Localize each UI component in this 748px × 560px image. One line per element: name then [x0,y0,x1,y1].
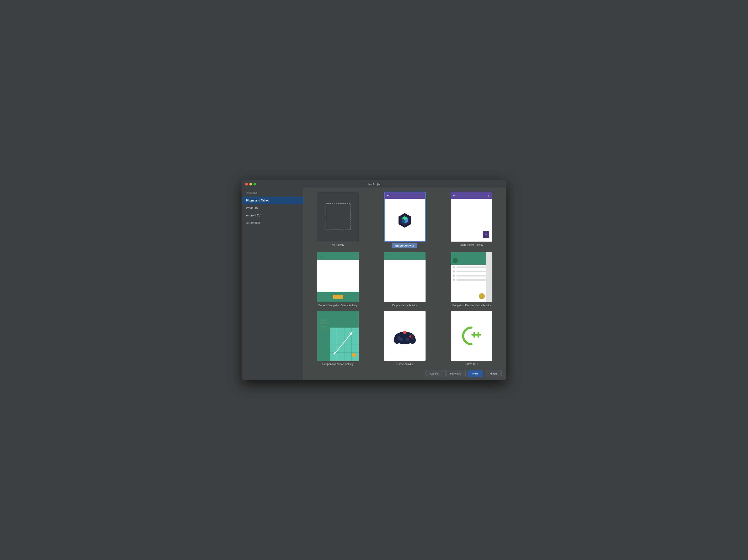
list-line [457,275,490,276]
nav-item-3 [345,292,359,302]
cancel-button[interactable]: Cancel [425,370,443,377]
svg-point-26 [406,338,409,341]
empty-views-content [384,260,425,302]
native-cpp-label: Native C++ [465,363,478,366]
bottom-bar: Cancel Previous Next Finish [308,368,501,380]
nav-item-1 [317,292,331,302]
maximize-button[interactable] [254,183,256,186]
template-nav-drawer[interactable]: + Navigation Drawer Views Activity [441,252,501,307]
fab-plus-icon: + [483,231,489,238]
nav-item-2 [331,292,345,302]
game-preview [384,311,425,361]
drawer-list-item [453,275,490,277]
drawer-fab-icon: + [479,293,485,299]
cpp-logo-icon [460,325,483,346]
close-button[interactable] [245,183,248,186]
more-options-icon: ⋮ [353,254,357,258]
empty-views-phone: ← [384,252,425,302]
game-controller-icon [393,326,416,345]
empty-activity-phone: ← [384,192,425,242]
nav-drawer-label: Navigation Drawer Views Activity [452,304,491,307]
list-dot-icon [453,266,455,268]
list-line [457,279,490,281]
drawer-list-item [453,279,490,281]
finish-button[interactable]: Finish [485,370,501,377]
empty-views-label: Empty Views Activity [392,304,417,307]
empty-activity-toolbar: ← [384,192,425,199]
sidebar-list [319,319,330,332]
sidebar-section-label: Templates [242,190,303,197]
basic-views-label: Basic Views Activity [460,243,483,246]
basic-views-phone: ← ⋮ + [451,192,492,242]
bottom-nav-content [317,260,359,292]
traffic-lights [245,183,256,186]
android-studio-icon [396,212,413,229]
sidebar-item-wear-os[interactable]: Wear OS [242,204,303,212]
template-basic-views[interactable]: ← ⋮ + Basic Views Activity [441,192,501,248]
back-arrow-icon: ← [319,254,323,258]
template-bottom-nav[interactable]: ← ⋮ [308,252,368,307]
svg-point-22 [411,334,413,336]
sidebar-item-android-tv[interactable]: Android TV [242,212,303,219]
nav-active-item [333,295,343,299]
list-dot-icon [453,270,455,272]
template-empty-activity[interactable]: ← [374,192,435,248]
basic-views-toolbar: ← ⋮ [451,192,492,199]
template-no-activity[interactable]: No Activity [308,192,368,248]
template-native-cpp[interactable]: Native C++ [441,311,501,366]
templates-grid: No Activity ← [308,192,501,368]
responsive-preview [317,311,359,361]
bottom-nav-preview: ← ⋮ [317,252,359,302]
main-content: No Activity ← [304,188,506,380]
back-arrow-icon: ← [387,194,390,197]
basic-views-preview: ← ⋮ + [451,192,492,242]
no-activity-preview [317,192,359,242]
back-arrow-icon: ← [453,194,456,197]
empty-views-preview: ← [384,252,425,302]
empty-activity-content [384,199,425,242]
previous-button[interactable]: Previous [445,370,466,377]
minimize-button[interactable] [249,183,252,186]
template-empty-views[interactable]: ← Empty Views Activity [374,252,435,307]
nav-drawer-preview: + [451,252,492,302]
bottom-nav-phone: ← ⋮ [317,252,359,302]
empty-views-toolbar: ← [384,252,425,260]
list-line [457,267,490,268]
drawer-right-panel [486,252,492,302]
title-bar: New Project [242,180,506,188]
responsive-label: Responsive Views Activity [322,363,353,366]
bottom-nav-bar [317,292,359,302]
svg-line-12 [334,332,353,355]
svg-point-25 [400,338,403,341]
sidebar-item-automotive[interactable]: Automotive [242,219,303,227]
next-button[interactable]: Next [468,370,483,377]
drawer-list-item [453,270,490,272]
template-responsive[interactable]: Responsive Views Activity [308,311,368,366]
list-line [457,271,490,272]
window-title: New Project [367,183,381,186]
native-cpp-mockup [451,311,492,361]
sidebar-item-phone-tablet[interactable]: Phone and Tablet [242,197,303,204]
no-activity-dashed-rect [326,203,351,230]
more-options-icon: ⋮ [487,193,490,197]
game-mockup [384,311,425,361]
game-label: Game Activity [396,363,413,366]
svg-point-20 [409,336,412,338]
empty-activity-preview: ← [384,192,425,242]
nav-drawer-mockup: + [451,252,492,302]
sidebar: Templates Phone and Tablet Wear OS Andro… [242,188,304,380]
native-cpp-preview [451,311,492,361]
svg-point-21 [412,336,414,338]
list-dot-icon [453,279,455,281]
bottom-nav-toolbar: ← ⋮ [317,252,359,260]
fab-plus-dot [352,353,356,357]
svg-point-23 [411,337,413,339]
no-activity-label: No Activity [332,243,344,246]
template-game[interactable]: Game Activity [374,311,435,366]
list-dot-icon [453,275,455,277]
bottom-nav-label: Bottom Navigation Views Activity [318,304,357,307]
back-arrow-icon: ← [386,254,389,258]
drawer-list-item [453,266,490,268]
responsive-bg [317,311,359,361]
svg-marker-14 [333,352,336,355]
